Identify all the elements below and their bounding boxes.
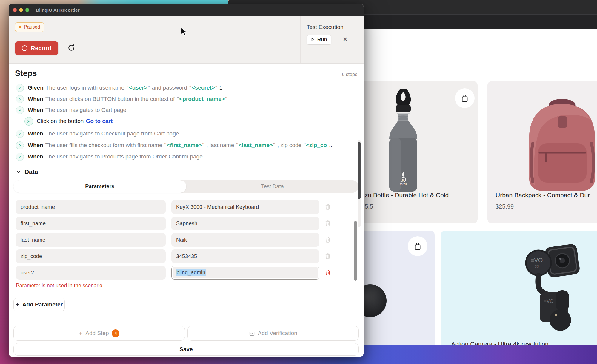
product-image-camera: ≡VO SS ≡VO (511, 243, 583, 333)
product-card-backpack[interactable]: Urban Backpack - Compact & Dur $25.99 (487, 81, 597, 223)
step-segment: Given (28, 84, 44, 91)
tab-test-data[interactable]: Test Data (186, 180, 359, 193)
step-segment: <zip_co (304, 142, 327, 149)
add-to-cart-button[interactable] (408, 236, 427, 256)
add-verification-label: Add Verification (258, 330, 297, 337)
minimize-window-button[interactable] (19, 8, 23, 12)
product-price: 5.5 (365, 203, 373, 210)
step-row[interactable]: WhenThe user navigates to Checkout page … (9, 129, 364, 138)
step-segment: <secret> (189, 84, 217, 91)
parameter-name-input[interactable]: user2 (16, 266, 166, 280)
add-step-button[interactable]: + Add Step 4 (13, 326, 185, 341)
record-button-label: Record (31, 45, 51, 52)
delete-parameter-button[interactable] (324, 203, 332, 211)
steps-list: GivenThe user logs in with username<user… (9, 83, 364, 161)
window-titlebar[interactable]: BlinqIO AI Recorder (9, 4, 364, 16)
parameter-error-message: Parameter is not used in the scenario (16, 283, 364, 289)
step-segment: and password (152, 84, 187, 91)
save-button[interactable]: Save (13, 343, 359, 356)
status-badge-label: Paused (24, 24, 40, 30)
parameter-value-input[interactable]: blinq_admin (171, 266, 319, 280)
close-test-execution-button[interactable]: ✕ (341, 36, 350, 44)
step-segment: The user clicks on BUTTON button in the … (45, 96, 175, 102)
product-title: Urban Backpack - Compact & Dur (496, 192, 590, 199)
record-button[interactable]: Record (15, 41, 58, 55)
mouse-cursor (181, 27, 188, 36)
add-parameter-label: Add Parameter (22, 301, 63, 308)
step-segment: 1 (219, 84, 223, 91)
add-parameter-button[interactable]: + Add Parameter (13, 298, 65, 311)
step-row[interactable]: WhenThe user clicks on BUTTON button in … (9, 95, 364, 104)
step-segment: When (28, 142, 43, 149)
chevron-right-icon[interactable] (16, 130, 24, 138)
step-text: GivenThe user logs in with username<user… (28, 84, 222, 91)
svg-text:mizu: mizu (400, 182, 407, 186)
parameters-scrollbar-thumb[interactable] (354, 221, 357, 281)
chevron-down-icon[interactable] (16, 106, 24, 114)
step-link[interactable]: Go to cart (86, 118, 113, 124)
step-text: WhenThe user fills the checkout form wit… (28, 142, 334, 149)
steps-scrollbar-thumb[interactable] (358, 142, 361, 199)
parameter-value-input[interactable]: Sapnesh (171, 217, 319, 230)
chevron-down-icon[interactable] (16, 153, 24, 161)
step-row[interactable]: GivenThe user logs in with username<user… (9, 83, 364, 92)
chevron-right-icon[interactable] (16, 141, 24, 149)
step-segment: <user> (127, 84, 150, 91)
add-verification-button[interactable]: Add Verification (187, 326, 359, 341)
click-action-icon (24, 117, 33, 126)
sub-step-row[interactable]: Click on the buttonGo to cart (9, 117, 364, 126)
parameter-value-input[interactable]: KeyX 3000 - Mechanical Keyboard (171, 200, 319, 214)
step-segment: , last name (206, 142, 234, 149)
delete-parameter-button[interactable] (324, 269, 332, 277)
step-text: WhenThe user navigates to Checkout page … (28, 130, 179, 137)
step-segment: <last_name> (236, 142, 275, 149)
chevron-down-icon (16, 169, 21, 175)
step-segment: When (28, 96, 43, 102)
step-row[interactable]: WhenThe user fills the checkout form wit… (9, 141, 364, 150)
parameter-name-input[interactable]: product_name (16, 200, 166, 214)
step-row[interactable]: WhenThe user navigates to Cart page (9, 106, 364, 115)
parameter-value-input[interactable]: 3453435 (171, 249, 319, 263)
delete-parameter-button[interactable] (324, 236, 332, 244)
step-segment: When (28, 107, 43, 113)
svg-text:m: m (402, 178, 404, 181)
add-to-cart-button[interactable] (455, 88, 475, 108)
step-text: WhenThe user navigates to Cart page (28, 107, 126, 113)
product-card-camera[interactable]: ≡VO SS ≡VO Action Camera - Ultra 4k reso… (441, 231, 597, 345)
step-segment: When (28, 130, 43, 137)
parameter-name-input[interactable]: zip_code (16, 249, 166, 263)
parameter-value-input[interactable]: Naik (171, 233, 319, 247)
step-text: WhenThe user navigates to Products page … (28, 153, 203, 160)
step-text: WhenThe user clicks on BUTTON button in … (28, 96, 227, 102)
record-circle-icon (22, 45, 27, 51)
add-step-badge: 4 (112, 329, 119, 337)
vertical-divider (336, 35, 336, 44)
footer: + Add Step 4 Add Verification Save (9, 321, 364, 356)
parameter-row: user2blinq_admin (9, 266, 364, 280)
refresh-icon (67, 44, 75, 52)
parameter-row: product_nameKeyX 3000 - Mechanical Keybo… (9, 200, 364, 214)
close-window-button[interactable] (13, 8, 17, 12)
step-row[interactable]: WhenThe user navigates to Products page … (9, 152, 364, 161)
step-segment: <product_name> (177, 96, 227, 102)
svg-text:SS: SS (535, 265, 539, 268)
step-segment: The user navigates to Products page from… (45, 153, 203, 160)
run-button-label: Run (317, 37, 327, 43)
step-segment: , zip code (277, 142, 301, 149)
delete-parameter-button[interactable] (324, 252, 332, 260)
test-execution-title: Test Execution (307, 24, 363, 30)
parameter-row: zip_code3453435 (9, 249, 364, 263)
product-title: Action Camera - Ultra 4k resolution (451, 340, 549, 345)
zoom-window-button[interactable] (25, 8, 29, 12)
tab-parameters[interactable]: Parameters (13, 180, 186, 193)
refresh-button[interactable] (66, 43, 76, 54)
parameter-name-input[interactable]: first_name (16, 217, 166, 230)
data-section-header[interactable]: Data (9, 161, 364, 175)
product-image-backpack (517, 98, 597, 197)
shopping-bag-icon (460, 94, 469, 103)
delete-parameter-button[interactable] (324, 220, 332, 227)
chevron-right-icon[interactable] (16, 95, 24, 103)
run-button[interactable]: Run (307, 35, 331, 45)
chevron-right-icon[interactable] (16, 84, 24, 92)
parameter-name-input[interactable]: last_name (16, 233, 166, 247)
